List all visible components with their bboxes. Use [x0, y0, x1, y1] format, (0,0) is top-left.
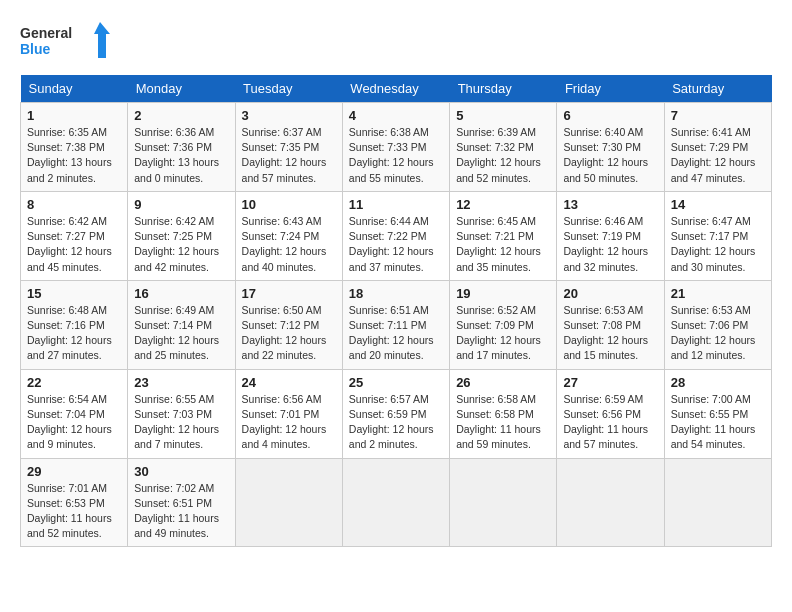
day-info: Sunrise: 6:43 AM Sunset: 7:24 PM Dayligh… — [242, 214, 336, 275]
day-info: Sunrise: 6:58 AM Sunset: 6:58 PM Dayligh… — [456, 392, 550, 453]
day-number: 24 — [242, 375, 336, 390]
day-number: 10 — [242, 197, 336, 212]
day-number: 26 — [456, 375, 550, 390]
calendar-cell: 2Sunrise: 6:36 AM Sunset: 7:36 PM Daylig… — [128, 103, 235, 192]
day-number: 29 — [27, 464, 121, 479]
calendar-cell — [557, 458, 664, 547]
day-number: 5 — [456, 108, 550, 123]
calendar-cell: 7Sunrise: 6:41 AM Sunset: 7:29 PM Daylig… — [664, 103, 771, 192]
day-number: 3 — [242, 108, 336, 123]
day-info: Sunrise: 6:47 AM Sunset: 7:17 PM Dayligh… — [671, 214, 765, 275]
col-header-monday: Monday — [128, 75, 235, 103]
day-number: 18 — [349, 286, 443, 301]
day-number: 7 — [671, 108, 765, 123]
calendar-week-row: 8Sunrise: 6:42 AM Sunset: 7:27 PM Daylig… — [21, 191, 772, 280]
day-info: Sunrise: 6:40 AM Sunset: 7:30 PM Dayligh… — [563, 125, 657, 186]
calendar-cell: 13Sunrise: 6:46 AM Sunset: 7:19 PM Dayli… — [557, 191, 664, 280]
day-number: 28 — [671, 375, 765, 390]
calendar-table: SundayMondayTuesdayWednesdayThursdayFrid… — [20, 75, 772, 547]
day-number: 4 — [349, 108, 443, 123]
calendar-cell: 10Sunrise: 6:43 AM Sunset: 7:24 PM Dayli… — [235, 191, 342, 280]
svg-text:General: General — [20, 25, 72, 41]
day-number: 25 — [349, 375, 443, 390]
day-number: 12 — [456, 197, 550, 212]
calendar-week-row: 1Sunrise: 6:35 AM Sunset: 7:38 PM Daylig… — [21, 103, 772, 192]
calendar-cell: 26Sunrise: 6:58 AM Sunset: 6:58 PM Dayli… — [450, 369, 557, 458]
calendar-cell: 3Sunrise: 6:37 AM Sunset: 7:35 PM Daylig… — [235, 103, 342, 192]
day-info: Sunrise: 6:42 AM Sunset: 7:25 PM Dayligh… — [134, 214, 228, 275]
day-number: 9 — [134, 197, 228, 212]
day-number: 8 — [27, 197, 121, 212]
calendar-cell: 8Sunrise: 6:42 AM Sunset: 7:27 PM Daylig… — [21, 191, 128, 280]
calendar-cell: 5Sunrise: 6:39 AM Sunset: 7:32 PM Daylig… — [450, 103, 557, 192]
col-header-wednesday: Wednesday — [342, 75, 449, 103]
day-number: 19 — [456, 286, 550, 301]
day-info: Sunrise: 6:49 AM Sunset: 7:14 PM Dayligh… — [134, 303, 228, 364]
day-info: Sunrise: 6:36 AM Sunset: 7:36 PM Dayligh… — [134, 125, 228, 186]
day-info: Sunrise: 6:57 AM Sunset: 6:59 PM Dayligh… — [349, 392, 443, 453]
svg-marker-2 — [94, 22, 110, 58]
day-info: Sunrise: 6:59 AM Sunset: 6:56 PM Dayligh… — [563, 392, 657, 453]
calendar-cell: 25Sunrise: 6:57 AM Sunset: 6:59 PM Dayli… — [342, 369, 449, 458]
day-info: Sunrise: 6:56 AM Sunset: 7:01 PM Dayligh… — [242, 392, 336, 453]
day-info: Sunrise: 6:44 AM Sunset: 7:22 PM Dayligh… — [349, 214, 443, 275]
logo-icon: General Blue — [20, 20, 110, 65]
day-info: Sunrise: 7:00 AM Sunset: 6:55 PM Dayligh… — [671, 392, 765, 453]
day-number: 11 — [349, 197, 443, 212]
day-info: Sunrise: 6:53 AM Sunset: 7:08 PM Dayligh… — [563, 303, 657, 364]
calendar-cell — [342, 458, 449, 547]
col-header-saturday: Saturday — [664, 75, 771, 103]
calendar-week-row: 15Sunrise: 6:48 AM Sunset: 7:16 PM Dayli… — [21, 280, 772, 369]
calendar-cell: 24Sunrise: 6:56 AM Sunset: 7:01 PM Dayli… — [235, 369, 342, 458]
day-info: Sunrise: 6:55 AM Sunset: 7:03 PM Dayligh… — [134, 392, 228, 453]
calendar-cell: 16Sunrise: 6:49 AM Sunset: 7:14 PM Dayli… — [128, 280, 235, 369]
day-number: 27 — [563, 375, 657, 390]
calendar-cell: 17Sunrise: 6:50 AM Sunset: 7:12 PM Dayli… — [235, 280, 342, 369]
calendar-cell — [664, 458, 771, 547]
col-header-thursday: Thursday — [450, 75, 557, 103]
day-info: Sunrise: 6:52 AM Sunset: 7:09 PM Dayligh… — [456, 303, 550, 364]
calendar-cell — [235, 458, 342, 547]
day-number: 13 — [563, 197, 657, 212]
calendar-cell: 4Sunrise: 6:38 AM Sunset: 7:33 PM Daylig… — [342, 103, 449, 192]
svg-text:Blue: Blue — [20, 41, 51, 57]
calendar-cell: 11Sunrise: 6:44 AM Sunset: 7:22 PM Dayli… — [342, 191, 449, 280]
day-number: 20 — [563, 286, 657, 301]
logo: General Blue — [20, 20, 110, 65]
calendar-cell: 6Sunrise: 6:40 AM Sunset: 7:30 PM Daylig… — [557, 103, 664, 192]
day-info: Sunrise: 6:38 AM Sunset: 7:33 PM Dayligh… — [349, 125, 443, 186]
calendar-header-row: SundayMondayTuesdayWednesdayThursdayFrid… — [21, 75, 772, 103]
calendar-cell: 20Sunrise: 6:53 AM Sunset: 7:08 PM Dayli… — [557, 280, 664, 369]
calendar-cell: 19Sunrise: 6:52 AM Sunset: 7:09 PM Dayli… — [450, 280, 557, 369]
col-header-sunday: Sunday — [21, 75, 128, 103]
calendar-cell — [450, 458, 557, 547]
day-info: Sunrise: 7:01 AM Sunset: 6:53 PM Dayligh… — [27, 481, 121, 542]
day-info: Sunrise: 6:50 AM Sunset: 7:12 PM Dayligh… — [242, 303, 336, 364]
day-info: Sunrise: 6:35 AM Sunset: 7:38 PM Dayligh… — [27, 125, 121, 186]
day-number: 23 — [134, 375, 228, 390]
day-info: Sunrise: 7:02 AM Sunset: 6:51 PM Dayligh… — [134, 481, 228, 542]
calendar-cell: 18Sunrise: 6:51 AM Sunset: 7:11 PM Dayli… — [342, 280, 449, 369]
day-info: Sunrise: 6:37 AM Sunset: 7:35 PM Dayligh… — [242, 125, 336, 186]
day-number: 22 — [27, 375, 121, 390]
calendar-cell: 1Sunrise: 6:35 AM Sunset: 7:38 PM Daylig… — [21, 103, 128, 192]
day-number: 15 — [27, 286, 121, 301]
calendar-cell: 15Sunrise: 6:48 AM Sunset: 7:16 PM Dayli… — [21, 280, 128, 369]
day-number: 14 — [671, 197, 765, 212]
page-header: General Blue — [20, 20, 772, 65]
calendar-cell: 12Sunrise: 6:45 AM Sunset: 7:21 PM Dayli… — [450, 191, 557, 280]
calendar-cell: 21Sunrise: 6:53 AM Sunset: 7:06 PM Dayli… — [664, 280, 771, 369]
day-number: 2 — [134, 108, 228, 123]
day-info: Sunrise: 6:39 AM Sunset: 7:32 PM Dayligh… — [456, 125, 550, 186]
day-info: Sunrise: 6:45 AM Sunset: 7:21 PM Dayligh… — [456, 214, 550, 275]
day-info: Sunrise: 6:48 AM Sunset: 7:16 PM Dayligh… — [27, 303, 121, 364]
calendar-cell: 23Sunrise: 6:55 AM Sunset: 7:03 PM Dayli… — [128, 369, 235, 458]
calendar-cell: 30Sunrise: 7:02 AM Sunset: 6:51 PM Dayli… — [128, 458, 235, 547]
day-number: 1 — [27, 108, 121, 123]
calendar-cell: 9Sunrise: 6:42 AM Sunset: 7:25 PM Daylig… — [128, 191, 235, 280]
calendar-cell: 27Sunrise: 6:59 AM Sunset: 6:56 PM Dayli… — [557, 369, 664, 458]
day-info: Sunrise: 6:41 AM Sunset: 7:29 PM Dayligh… — [671, 125, 765, 186]
day-info: Sunrise: 6:53 AM Sunset: 7:06 PM Dayligh… — [671, 303, 765, 364]
calendar-cell: 22Sunrise: 6:54 AM Sunset: 7:04 PM Dayli… — [21, 369, 128, 458]
day-number: 16 — [134, 286, 228, 301]
